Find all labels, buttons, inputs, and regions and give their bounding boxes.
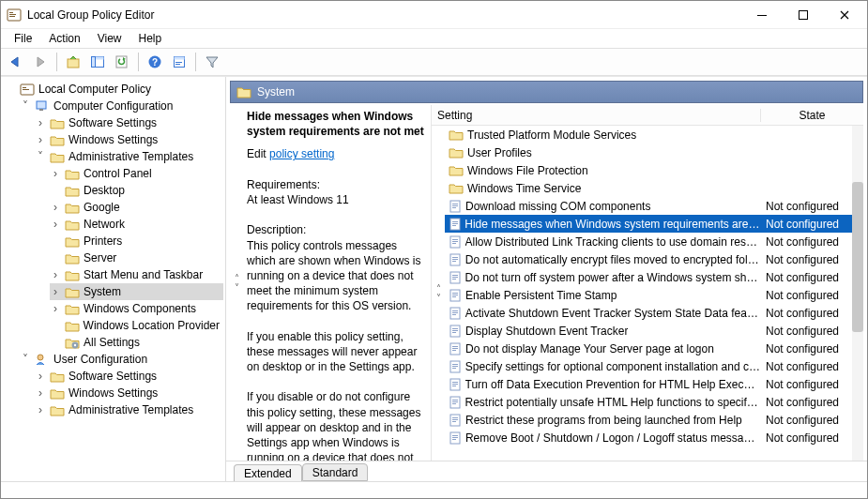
tree-item[interactable]: Printers	[50, 233, 223, 250]
description-p2: If you enable this policy setting, these…	[247, 329, 425, 375]
svg-rect-6	[68, 59, 79, 68]
setting-name: Activate Shutdown Event Tracker System S…	[465, 307, 760, 320]
help-button[interactable]: ?	[144, 51, 166, 73]
chevron-right-icon[interactable]: ›	[35, 116, 46, 129]
column-header[interactable]: Setting State	[432, 105, 863, 126]
setting-row[interactable]: User Profiles	[445, 144, 863, 161]
setting-row[interactable]: Do not display Manage Your Server page a…	[445, 340, 863, 357]
svg-rect-26	[452, 204, 458, 204]
close-button[interactable]	[824, 2, 865, 28]
minimize-button[interactable]	[741, 2, 783, 28]
tree-item[interactable]: ›Windows Settings	[35, 131, 223, 148]
settings-list[interactable]: Trusted Platform Module ServicesUser Pro…	[445, 126, 863, 461]
chevron-down-icon[interactable]: ˅	[20, 99, 31, 113]
setting-state: Not configured	[760, 235, 863, 249]
setting-row[interactable]: Trusted Platform Module Services	[445, 126, 863, 144]
column-setting[interactable]: Setting	[432, 109, 760, 122]
svg-rect-18	[23, 87, 26, 88]
maximize-button[interactable]	[783, 2, 824, 28]
setting-row[interactable]: Remove Boot / Shutdown / Logon / Logoff …	[445, 429, 863, 446]
content-header-label: System	[257, 85, 295, 98]
setting-row[interactable]: Activate Shutdown Event Tracker System S…	[445, 304, 863, 322]
tree-item[interactable]: ›System	[50, 283, 223, 300]
menu-action[interactable]: Action	[41, 30, 87, 47]
setting-row[interactable]: Download missing COM componentsNot confi…	[445, 197, 863, 215]
svg-rect-3	[9, 16, 15, 17]
back-button[interactable]	[5, 51, 27, 73]
scrollbar-thumb[interactable]	[852, 182, 863, 332]
setting-row[interactable]: Turn off Data Execution Prevention for H…	[445, 375, 863, 393]
edit-policy-link[interactable]: policy setting	[269, 147, 334, 160]
show-hide-tree-button[interactable]	[86, 51, 109, 73]
detail-pane: Hide messages when Windows system requir…	[243, 105, 431, 461]
chevron-right-icon[interactable]: ›	[35, 370, 46, 383]
setting-row[interactable]: Display Shutdown Event TrackerNot config…	[445, 322, 863, 340]
menu-file[interactable]: File	[7, 30, 39, 47]
tree-pane[interactable]: Local Computer Policy˅Computer Configura…	[1, 77, 226, 481]
menu-help[interactable]: Help	[131, 30, 170, 47]
detail-scroller[interactable]: ˄˅	[230, 105, 243, 461]
up-button[interactable]	[62, 51, 84, 73]
chevron-right-icon[interactable]: ›	[50, 167, 61, 180]
tree-item[interactable]: ›Windows Settings	[35, 385, 223, 401]
description-label: Description:	[247, 222, 425, 237]
chevron-right-icon[interactable]: ›	[50, 218, 61, 231]
setting-row[interactable]: Allow Distributed Link Tracking clients …	[445, 233, 863, 250]
setting-row[interactable]: Windows Time Service	[445, 179, 863, 197]
tab-extended[interactable]: Extended	[234, 464, 302, 481]
tree-item[interactable]: ›Windows Components	[50, 300, 223, 317]
svg-rect-39	[452, 259, 458, 260]
tree-computer-configuration[interactable]: ˅Computer Configuration	[20, 98, 223, 114]
tree-item[interactable]: ›Start Menu and Taskbar	[50, 266, 223, 283]
tree-item[interactable]: Server	[50, 250, 223, 266]
chevron-down-icon[interactable]: ˅	[35, 150, 46, 163]
chevron-right-icon[interactable]: ›	[50, 268, 61, 281]
settings-pane: Setting State ˄˅ Trusted Platform Module…	[431, 105, 863, 461]
tree-item[interactable]: ›Software Settings	[35, 368, 223, 385]
svg-rect-58	[452, 346, 458, 347]
tree-item[interactable]: Windows Location Provider	[50, 317, 223, 334]
tree-item[interactable]: ›Administrative Templates	[35, 401, 223, 418]
chevron-right-icon[interactable]: ›	[35, 403, 46, 416]
chevron-right-icon[interactable]: ›	[50, 302, 61, 315]
window-title: Local Group Policy Editor	[27, 8, 741, 22]
chevron-down-icon[interactable]: ˅	[20, 353, 31, 366]
chevron-right-icon[interactable]: ›	[35, 133, 46, 146]
tree-item[interactable]: ›Google	[50, 199, 223, 216]
chevron-right-icon[interactable]: ›	[35, 386, 46, 400]
refresh-button[interactable]	[111, 51, 133, 73]
setting-state: Not configured	[760, 200, 863, 213]
tree-root[interactable]: Local Computer Policy	[5, 81, 223, 98]
column-state[interactable]: State	[760, 109, 863, 122]
svg-rect-47	[452, 295, 458, 295]
tree-item[interactable]: Desktop	[50, 182, 223, 199]
tree-item[interactable]: All Settings	[50, 334, 223, 351]
properties-button[interactable]	[168, 51, 190, 73]
svg-rect-32	[452, 225, 456, 226]
menu-view[interactable]: View	[90, 30, 129, 47]
setting-row[interactable]: Restrict these programs from being launc…	[445, 411, 863, 429]
statusbar	[1, 481, 867, 498]
forward-button[interactable]	[29, 51, 52, 73]
setting-row[interactable]: Do not turn off system power after a Win…	[445, 268, 863, 286]
filter-button[interactable]	[201, 51, 223, 73]
chevron-right-icon[interactable]: ›	[50, 201, 61, 214]
setting-row[interactable]: Enable Persistent Time StampNot configur…	[445, 286, 863, 304]
chevron-right-icon[interactable]: ›	[50, 285, 61, 298]
svg-rect-27	[452, 205, 458, 206]
tree-item[interactable]: ›Control Panel	[50, 165, 223, 182]
list-scroller-buttons[interactable]: ˄˅	[432, 126, 445, 461]
setting-row[interactable]: Restrict potentially unsafe HTML Help fu…	[445, 393, 863, 411]
tree-item[interactable]: ›Network	[50, 216, 223, 233]
tab-standard[interactable]: Standard	[302, 463, 369, 481]
chevron-up-icon: ˄	[235, 274, 239, 283]
tree-item[interactable]: ›Software Settings	[35, 114, 223, 131]
tree-administrative-templates[interactable]: ˅Administrative Templates	[35, 148, 223, 165]
scrollbar[interactable]	[852, 126, 863, 461]
tree-user-configuration[interactable]: ˅User Configuration	[20, 351, 223, 368]
setting-row[interactable]: Specify settings for optional component …	[445, 357, 863, 375]
setting-state: Not configured	[760, 289, 863, 302]
setting-row[interactable]: Hide messages when Windows system requir…	[445, 215, 863, 233]
setting-row[interactable]: Do not automatically encrypt files moved…	[445, 250, 863, 268]
setting-row[interactable]: Windows File Protection	[445, 161, 863, 179]
